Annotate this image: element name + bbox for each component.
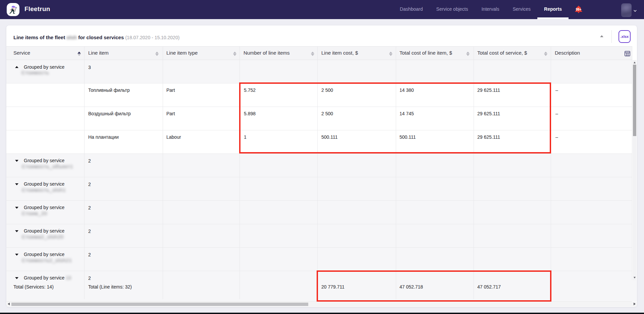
svg-text:99+: 99+ [576, 8, 582, 11]
